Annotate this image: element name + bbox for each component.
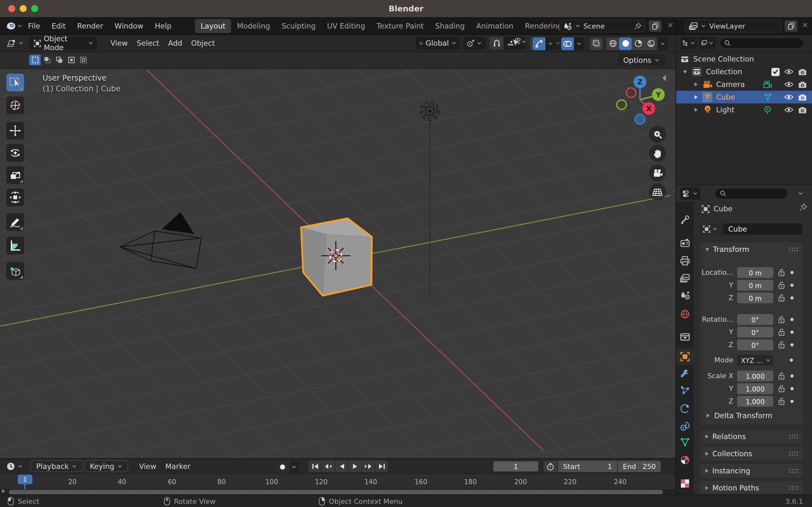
tool-add-cube[interactable] — [6, 262, 24, 280]
jump-to-end-button[interactable] — [375, 461, 388, 472]
shading-dropdown[interactable] — [658, 37, 667, 50]
disable-render-camera-icon[interactable] — [798, 106, 807, 113]
mesh-data-icon[interactable] — [764, 93, 772, 101]
viewport-menu-add[interactable]: Add — [164, 38, 187, 49]
show-gizmo-toggle[interactable] — [533, 37, 545, 50]
tab-tool[interactable] — [680, 215, 690, 225]
disclosure-expanded-icon[interactable] — [683, 70, 687, 73]
rotation-y-field[interactable]: 0° — [737, 327, 773, 338]
delta-transform-subpanel[interactable]: Delta Transform — [707, 411, 772, 420]
outliner-filter-button[interactable] — [699, 37, 715, 50]
workspace-tab-texture-paint[interactable]: Texture Paint — [371, 19, 429, 33]
scale-x-field[interactable]: 1.000 — [737, 371, 773, 381]
menu-window[interactable]: Window — [109, 19, 149, 32]
relations-panel[interactable]: Relations — [700, 430, 803, 444]
tool-transform[interactable] — [6, 188, 24, 206]
collection-checkbox[interactable] — [771, 68, 779, 76]
next-keyframe-button[interactable] — [362, 461, 375, 472]
select-mode-intersect[interactable] — [77, 55, 89, 65]
tool-annotate[interactable] — [6, 213, 24, 231]
hide-viewport-eye-icon[interactable] — [784, 81, 794, 88]
tool-scale[interactable] — [6, 166, 24, 184]
show-overlays-toggle[interactable] — [561, 37, 574, 50]
tool-measure[interactable] — [6, 237, 24, 255]
toggle-ortho-button[interactable] — [649, 183, 666, 201]
viewport-menu-object[interactable]: Object — [187, 38, 219, 49]
camera-object[interactable] — [120, 213, 201, 268]
panel-grip[interactable] — [789, 451, 798, 456]
animate-dot[interactable] — [791, 343, 794, 346]
overlays-dropdown[interactable] — [574, 37, 584, 50]
breadcrumb-object-name[interactable]: Cube — [714, 204, 732, 213]
animate-dot[interactable] — [791, 400, 794, 403]
options-button[interactable]: Options — [617, 54, 665, 66]
lock-open-icon[interactable] — [778, 328, 785, 336]
lock-open-icon[interactable] — [778, 372, 785, 380]
lock-open-icon[interactable] — [778, 268, 785, 277]
camera-view-button[interactable] — [649, 164, 666, 181]
auto-keying-dropdown[interactable] — [289, 461, 299, 473]
animate-dot[interactable] — [791, 271, 794, 274]
menu-file[interactable]: File — [22, 19, 46, 32]
tab-constraints[interactable] — [680, 421, 690, 432]
outliner-row-light[interactable]: Light — [676, 103, 812, 116]
scene-selector[interactable]: Scene — [559, 20, 646, 33]
playback-menu[interactable]: Playback — [31, 460, 83, 472]
properties-editor-type-selector[interactable] — [680, 187, 700, 200]
menu-render[interactable]: Render — [71, 19, 109, 32]
disable-render-camera-icon[interactable] — [798, 94, 807, 101]
workspace-tab-uv-editing[interactable]: UV Editing — [321, 19, 371, 33]
light-data-icon[interactable] — [764, 106, 771, 114]
transform-orientation-selector[interactable]: Global — [416, 37, 460, 50]
shading-solid-button[interactable] — [619, 37, 632, 50]
location-y-field[interactable]: 0 m — [737, 280, 773, 291]
viewport-3d[interactable]: User Perspective (1) Collection | Cube O… — [0, 35, 675, 458]
keying-menu[interactable]: Keying — [84, 460, 128, 472]
current-frame-field[interactable]: 1 — [493, 461, 538, 471]
location-x-field[interactable]: 0 m — [737, 267, 773, 278]
properties-search-input[interactable] — [715, 188, 788, 199]
pin-id-icon[interactable] — [799, 203, 808, 212]
disclosure-collapsed-icon[interactable] — [695, 95, 698, 99]
previous-keyframe-button[interactable] — [322, 461, 335, 472]
start-frame-field[interactable]: Start 1 — [558, 461, 617, 472]
gizmo-dropdown[interactable] — [545, 37, 555, 50]
lock-open-icon[interactable] — [778, 316, 785, 324]
tab-collection[interactable] — [680, 332, 690, 342]
outliner-search-input[interactable] — [719, 38, 804, 49]
instancing-panel[interactable]: Instancing — [700, 464, 803, 478]
timeline-menu-marker[interactable]: Marker — [161, 460, 195, 472]
pan-view-button[interactable] — [649, 145, 666, 162]
rotation-x-field[interactable]: 0° — [737, 314, 773, 325]
viewport-menu-select[interactable]: Select — [132, 38, 164, 49]
use-preview-range-button[interactable] — [543, 461, 557, 472]
hide-viewport-eye-icon[interactable] — [784, 94, 794, 100]
remove-viewlayer-button[interactable]: ✕ — [799, 21, 811, 30]
shading-rendered-button[interactable] — [644, 37, 657, 50]
end-frame-field[interactable]: End 250 — [618, 461, 661, 472]
properties-options-dropdown[interactable] — [798, 191, 803, 195]
panel-grip[interactable] — [789, 434, 798, 439]
jump-to-start-button[interactable] — [309, 461, 321, 472]
lock-open-icon[interactable] — [778, 385, 785, 393]
shading-wireframe-button[interactable] — [606, 37, 619, 50]
workspace-tab-animation[interactable]: Animation — [471, 19, 519, 33]
tab-scene[interactable] — [680, 291, 690, 301]
disable-render-camera-icon[interactable] — [798, 68, 807, 75]
mode-selector[interactable]: Object Mode — [30, 37, 97, 50]
pin-icon[interactable] — [634, 22, 642, 30]
timeline-ruler[interactable]: 20 40 60 80 100 120 140 160 180 200 220 … — [0, 474, 675, 489]
animate-dot[interactable] — [790, 358, 793, 362]
animate-dot[interactable] — [791, 331, 794, 334]
tab-render[interactable] — [680, 238, 690, 248]
tab-physics[interactable] — [680, 404, 690, 414]
lock-open-icon[interactable] — [778, 341, 785, 349]
gizmo-neg-x-ball[interactable] — [626, 88, 636, 97]
animate-dot[interactable] — [791, 284, 794, 287]
outliner-row-collection[interactable]: Collection — [676, 65, 812, 78]
disclosure-collapsed-icon[interactable] — [695, 108, 698, 112]
tool-cursor[interactable] — [6, 97, 24, 114]
tab-world[interactable] — [680, 309, 690, 319]
new-viewlayer-button[interactable] — [785, 20, 797, 32]
select-mode-extend[interactable] — [41, 55, 53, 65]
